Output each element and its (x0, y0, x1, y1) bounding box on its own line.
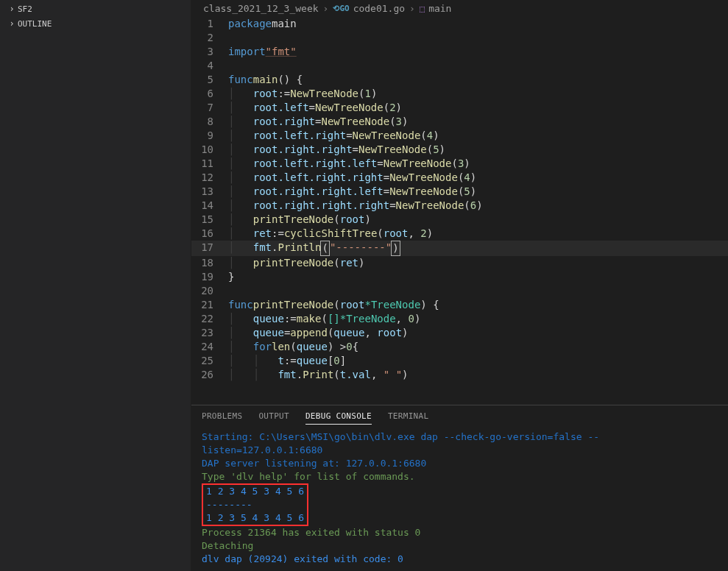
sidebar: › SF2 › OUTLINE (0, 0, 191, 571)
symbol-icon: ⬚ (420, 4, 425, 14)
highlighted-output: 1 2 3 4 5 3 4 5 6 -------- 1 2 3 5 4 3 4… (202, 483, 308, 526)
main-area: class_2021_12_3_week › ⟲GO code01.go › ⬚… (191, 0, 728, 571)
chevron-right-icon: › (6, 18, 18, 29)
bottom-panel: PROBLEMS OUTPUT DEBUG CONSOLE TERMINAL S… (191, 405, 728, 571)
breadcrumb-label: code01.go (353, 3, 405, 14)
console-line: DAP server listening at: 127.0.0.1:6680 (202, 457, 718, 470)
breadcrumb-label: class_2021_12_3_week (203, 3, 319, 14)
breadcrumb-file[interactable]: ⟲GO code01.go (333, 3, 405, 14)
tab-terminal[interactable]: TERMINAL (388, 411, 428, 425)
console-line: 1 2 3 4 5 3 4 5 6 (206, 485, 304, 498)
tab-output[interactable]: OUTPUT (258, 411, 289, 425)
sidebar-item-label: SF2 (18, 4, 32, 14)
panel-tabs: PROBLEMS OUTPUT DEBUG CONSOLE TERMINAL (191, 405, 728, 429)
console-line: Process 21364 has exited with status 0 (202, 526, 718, 539)
console-line: Type 'dlv help' for list of commands. (202, 470, 718, 483)
sidebar-item-outline[interactable]: › OUTLINE (0, 16, 191, 31)
tab-problems[interactable]: PROBLEMS (202, 411, 242, 425)
code-editor[interactable]: 1package main 2 3import "fmt" 4 5func ma… (191, 17, 728, 405)
chevron-right-icon: › (409, 3, 415, 14)
debug-console-output[interactable]: Starting: C:\Users\MSI\go\bin\dlv.exe da… (191, 429, 728, 571)
breadcrumb-label: main (428, 3, 451, 14)
sidebar-item-sf2[interactable]: › SF2 (0, 1, 191, 16)
chevron-right-icon: › (323, 3, 329, 14)
tab-debug-console[interactable]: DEBUG CONSOLE (305, 411, 372, 425)
sidebar-item-label: OUTLINE (18, 19, 52, 29)
breadcrumb-folder[interactable]: class_2021_12_3_week (203, 3, 319, 14)
go-file-icon: ⟲GO (333, 4, 349, 13)
breadcrumbs[interactable]: class_2021_12_3_week › ⟲GO code01.go › ⬚… (191, 0, 728, 17)
console-line: 1 2 3 5 4 3 4 5 6 (206, 511, 304, 525)
console-line: Starting: C:\Users\MSI\go\bin\dlv.exe da… (202, 430, 718, 457)
console-line: dlv dap (20924) exited with code: 0 (202, 553, 718, 566)
console-line: Detaching (202, 539, 718, 553)
chevron-right-icon: › (6, 4, 18, 14)
console-line: -------- (206, 498, 304, 511)
breadcrumb-symbol[interactable]: ⬚ main (420, 3, 452, 14)
